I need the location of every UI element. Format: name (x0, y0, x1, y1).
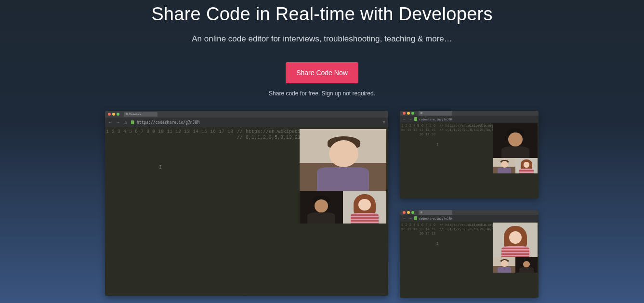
cta-note: Share code for free. Sign up not require… (0, 90, 644, 97)
text-cursor-icon: I (436, 143, 439, 147)
window-zoom-icon (117, 113, 119, 116)
screenshot-mocks: Codeshare ← → ⌂ https://codeshare.io/g7n… (105, 111, 539, 298)
video-call-panel (300, 129, 386, 224)
address-url: codeshare.io/g7nJ8M (419, 217, 452, 220)
code-editor: 1 2 3 4 5 6 7 8 9 10 11 12 13 14 15 16 1… (400, 122, 539, 198)
forward-icon: → (408, 216, 412, 220)
back-icon: ← (403, 117, 407, 121)
window-close-icon (108, 113, 111, 116)
forward-icon: → (116, 120, 120, 125)
forward-icon: → (408, 117, 412, 121)
back-icon: ← (108, 120, 113, 125)
window-minimize-icon (407, 211, 410, 214)
participant-video-thumb (300, 191, 343, 224)
window-minimize-icon (112, 113, 115, 116)
browser-address-bar: ← → codeshare.io/g7nJ8M (400, 116, 539, 122)
window-zoom-icon (411, 112, 414, 115)
home-icon: ⌂ (123, 120, 128, 125)
participant-video-thumb (493, 158, 515, 173)
browser-address-bar: ← → codeshare.io/g7nJ8M (400, 215, 539, 222)
favicon-icon (421, 211, 422, 213)
line-gutter: 1 2 3 4 5 6 7 8 9 10 11 12 13 14 15 16 1… (400, 222, 436, 298)
address-url: codeshare.io/g7nJ8M (419, 118, 452, 121)
browser-tab (419, 111, 452, 116)
favicon-icon (421, 112, 422, 114)
participant-video-thumb (343, 191, 386, 224)
line-gutter: 1 2 3 4 5 6 7 8 9 10 11 12 13 14 15 16 1… (400, 122, 436, 198)
code-editor: 1 2 3 4 5 6 7 8 9 10 11 12 13 14 15 16 1… (400, 222, 539, 298)
window-zoom-icon (411, 211, 414, 214)
video-call-panel (493, 123, 538, 173)
back-icon: ← (403, 216, 407, 220)
window-close-icon (403, 211, 406, 214)
share-code-now-button[interactable]: Share Code Now (286, 62, 358, 83)
text-cursor-icon: I (159, 165, 162, 170)
lock-icon (414, 117, 417, 121)
address-url: https://codeshare.io/g7nJ8M (137, 120, 199, 125)
browser-address-bar: ← → ⌂ https://codeshare.io/g7nJ8M ≡ (105, 118, 388, 127)
video-call-panel (493, 223, 538, 273)
demo-window-small-bottom: ← → codeshare.io/g7nJ8M 1 2 3 4 5 6 7 8 … (400, 210, 539, 298)
participant-video-main (300, 129, 386, 191)
browser-tab: Codeshare (124, 112, 158, 117)
participant-video-thumb (493, 257, 515, 273)
participant-video-thumb (515, 257, 538, 273)
participant-video-main (493, 123, 538, 158)
lock-icon (414, 216, 417, 220)
window-close-icon (403, 112, 406, 115)
browser-tabbar (400, 210, 539, 215)
lock-icon (131, 120, 134, 124)
browser-tabbar (400, 111, 539, 116)
browser-tab (419, 210, 452, 215)
demo-window-small-top: ← → codeshare.io/g7nJ8M 1 2 3 4 5 6 7 8 … (400, 111, 539, 198)
browser-tabbar: Codeshare (105, 111, 388, 118)
code-editor: 1 2 3 4 5 6 7 8 9 10 11 12 13 14 15 16 1… (105, 127, 388, 296)
participant-video-main (493, 223, 538, 257)
page-subhead: An online code editor for interviews, tr… (0, 34, 644, 44)
window-minimize-icon (407, 112, 410, 115)
hamburger-icon: ≡ (383, 120, 385, 125)
favicon-icon (126, 113, 128, 115)
demo-window-large: Codeshare ← → ⌂ https://codeshare.io/g7n… (105, 111, 388, 296)
text-cursor-icon: I (436, 242, 439, 247)
participant-video-thumb (515, 158, 538, 173)
line-gutter: 1 2 3 4 5 6 7 8 9 10 11 12 13 14 15 16 1… (105, 127, 234, 296)
page-headline: Share Code in Real-time with Developers (0, 4, 644, 25)
